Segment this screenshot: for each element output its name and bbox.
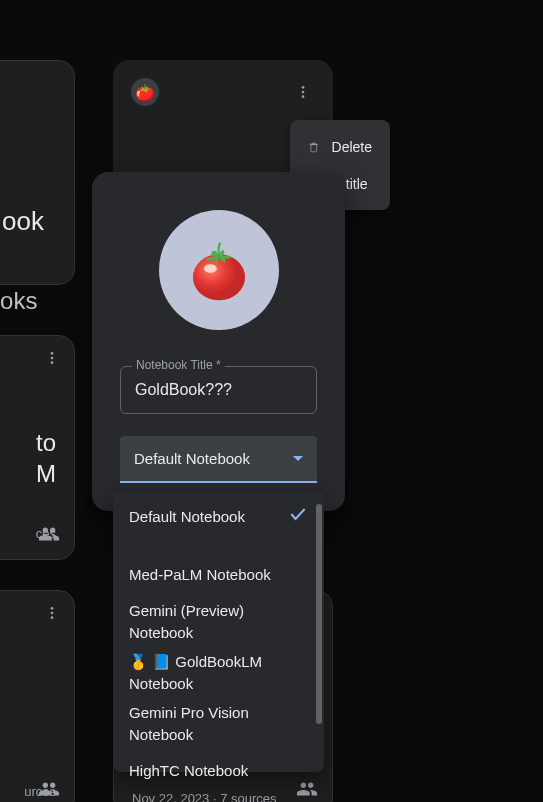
dropdown-item-label: Med-PaLM Notebook bbox=[129, 564, 271, 587]
tomato-icon bbox=[183, 234, 255, 306]
notebook-type-select[interactable]: Default Notebook bbox=[120, 436, 317, 483]
card-title: to M bbox=[0, 427, 56, 489]
edit-notebook-dialog: Notebook Title * Default Notebook bbox=[92, 172, 345, 511]
svg-point-4 bbox=[51, 612, 54, 615]
dropdown-item[interactable]: Gemini Pro Vision Notebook bbox=[113, 699, 324, 750]
avatar-circle[interactable] bbox=[159, 210, 279, 330]
dropdown-item-label: 🥇 📘 GoldBookLM Notebook bbox=[129, 651, 308, 696]
dropdown-item[interactable]: Med-PaLM Notebook bbox=[113, 554, 324, 597]
card-sources: Nov 22, 2023 · 7 sources bbox=[132, 791, 277, 802]
svg-point-7 bbox=[302, 91, 305, 94]
check-icon bbox=[288, 502, 308, 532]
more-icon[interactable] bbox=[40, 601, 64, 625]
notebooks-heading: ebooks bbox=[0, 287, 37, 315]
dropdown-item[interactable]: Gemini (Preview) Notebook bbox=[113, 597, 324, 648]
scrollbar[interactable] bbox=[316, 504, 322, 724]
dropdown-item-label: Gemini Pro Vision Notebook bbox=[129, 702, 308, 747]
dropdown-item[interactable]: HighTC Notebook bbox=[113, 750, 324, 793]
dropdown-item-label: HighTC Notebook bbox=[129, 760, 248, 783]
svg-point-5 bbox=[51, 616, 54, 619]
svg-point-1 bbox=[51, 357, 54, 360]
bg-card: ook bbox=[0, 60, 75, 285]
title-input-wrapper: Notebook Title * bbox=[120, 366, 317, 414]
notebook-emoji-icon: 🍅 bbox=[131, 78, 159, 106]
people-icon bbox=[38, 778, 60, 802]
more-icon[interactable] bbox=[40, 346, 64, 370]
bg-card[interactable]: urces bbox=[0, 590, 75, 802]
bg-card[interactable]: to M ces bbox=[0, 335, 75, 560]
trash-icon bbox=[308, 138, 320, 156]
svg-point-3 bbox=[51, 607, 54, 610]
people-icon bbox=[38, 523, 60, 549]
svg-point-8 bbox=[302, 95, 305, 98]
dropdown-item-label: Default Notebook bbox=[129, 506, 245, 529]
menu-item-delete[interactable]: Delete bbox=[290, 128, 390, 166]
more-icon[interactable] bbox=[291, 80, 315, 104]
svg-point-2 bbox=[51, 361, 54, 364]
dropdown-item[interactable]: Default Notebook bbox=[113, 492, 324, 542]
card-title: ook bbox=[2, 206, 44, 237]
svg-point-0 bbox=[51, 352, 54, 355]
svg-point-6 bbox=[302, 86, 305, 89]
select-value: Default Notebook bbox=[134, 450, 250, 467]
svg-point-10 bbox=[193, 254, 245, 300]
notebook-title-input[interactable] bbox=[120, 366, 317, 414]
svg-point-11 bbox=[203, 264, 216, 273]
menu-item-label: Delete bbox=[332, 139, 372, 155]
dropdown-item[interactable]: 🥇 📘 GoldBookLM Notebook bbox=[113, 648, 324, 699]
input-label: Notebook Title * bbox=[132, 358, 225, 372]
dropdown-item-label: Gemini (Preview) Notebook bbox=[129, 600, 308, 645]
notebook-type-dropdown: Default Notebook Med-PaLM Notebook Gemin… bbox=[113, 492, 324, 772]
chevron-down-icon bbox=[293, 456, 303, 461]
